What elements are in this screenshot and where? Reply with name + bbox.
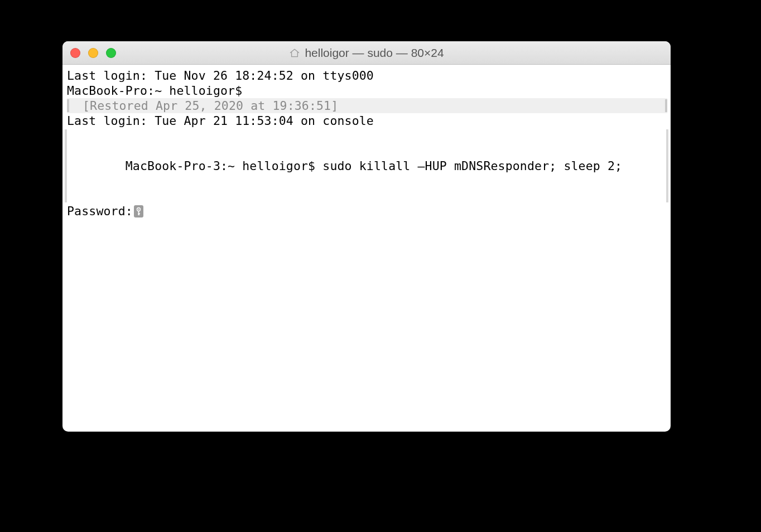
minimize-button[interactable] — [88, 48, 98, 58]
key-icon — [134, 205, 143, 217]
window-title: helloigor — sudo — 80×24 — [305, 46, 444, 60]
terminal-line: Last login: Tue Apr 21 11:53:04 on conso… — [67, 113, 667, 128]
wrap-indicator-left — [65, 129, 67, 202]
restored-session-line: [Restored Apr 25, 2020 at 19:36:51] — [67, 98, 667, 113]
terminal-window: helloigor — sudo — 80×24 Last login: Tue… — [62, 41, 671, 432]
terminal-line: MacBook-Pro:~ helloigor$ — [67, 83, 667, 98]
svg-rect-3 — [138, 213, 139, 214]
close-button[interactable] — [70, 48, 80, 58]
titlebar[interactable]: helloigor — sudo — 80×24 — [62, 41, 671, 65]
window-controls — [70, 48, 116, 58]
password-prompt-line: Password: — [67, 204, 667, 219]
svg-point-1 — [138, 209, 139, 210]
window-title-area: helloigor — sudo — 80×24 — [62, 46, 671, 60]
terminal-command-text: MacBook-Pro-3:~ helloigor$ sudo killall … — [126, 159, 622, 173]
password-label: Password: — [67, 204, 133, 219]
svg-rect-4 — [138, 214, 139, 215]
home-icon — [289, 47, 300, 59]
wrap-indicator-right — [666, 129, 668, 202]
zoom-button[interactable] — [106, 48, 116, 58]
terminal-body[interactable]: Last login: Tue Nov 26 18:24:52 on ttys0… — [62, 65, 671, 222]
terminal-line: Last login: Tue Nov 26 18:24:52 on ttys0… — [67, 68, 667, 83]
terminal-command-line: MacBook-Pro-3:~ helloigor$ sudo killall … — [67, 128, 667, 204]
